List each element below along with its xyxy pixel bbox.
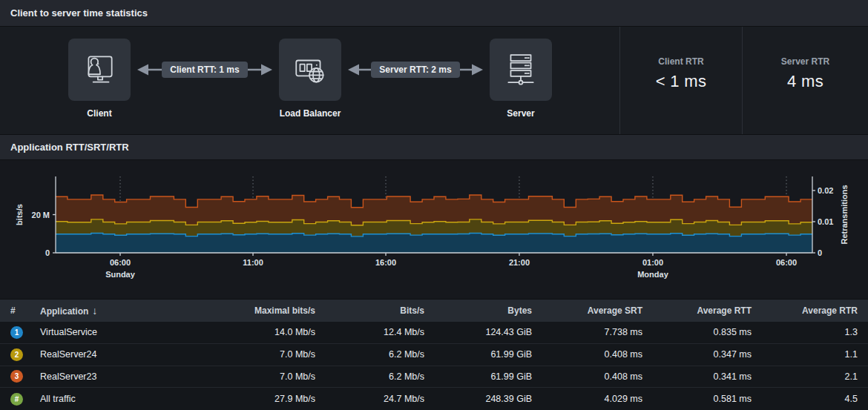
client-server-diagram: Client Client RTT: 1 ms Load [0, 27, 868, 135]
metric-value: 6.2 Mb/s [315, 371, 424, 382]
client-tile [68, 39, 131, 101]
metric-value: 24.7 Mb/s [315, 394, 424, 404]
metric-value: 0.341 ms [642, 371, 752, 382]
application-name[interactable]: RealServer24 [40, 349, 204, 360]
metric-value: 0.581 ms [642, 394, 752, 404]
metric-value: 248.39 GiB [424, 394, 532, 404]
metric-value: 7.738 ms [532, 327, 642, 337]
metric-value: 124.43 GiB [424, 327, 532, 337]
metric-value: 1.1 [752, 349, 858, 360]
x-tick-label: 11:00 [243, 258, 263, 267]
client-rtr-label: Client RTR [658, 56, 703, 67]
rank-cell: 1 [10, 326, 40, 339]
metric-value: 1.3 [752, 327, 858, 337]
load-balancer-tile [279, 39, 341, 101]
y-right-tick-label: 0.01 [818, 217, 833, 226]
y-right-tick-label: 0 [818, 248, 822, 257]
column-header-application[interactable]: Application↓ [40, 305, 204, 317]
metric-value: 14.0 Mb/s [204, 327, 315, 337]
client-label: Client [68, 108, 131, 119]
metric-value: 27.9 Mb/s [204, 394, 315, 404]
table-row[interactable]: #All traffic27.9 Mb/s24.7 Mb/s248.39 GiB… [0, 388, 868, 410]
server-tile [490, 39, 552, 101]
y-left-tick-label: 0 [45, 248, 50, 257]
server-icon [502, 51, 539, 88]
rank-cell: # [10, 393, 40, 406]
x-tick-label: 01:00 [642, 258, 663, 267]
rank-badge: 2 [10, 348, 23, 361]
sort-desc-icon[interactable]: ↓ [92, 305, 97, 317]
server-rtr-label: Server RTR [781, 56, 829, 67]
metric-value: 2.1 [752, 371, 858, 382]
rtt-chart-panel: 020 M00.010.0206:00Sunday11:0016:0021:00… [0, 160, 868, 300]
section-header-application-rtt: Application RTT/SRT/RTR [0, 135, 868, 160]
metric-value: 6.2 Mb/s [315, 349, 424, 360]
metric-value: 0.408 ms [532, 349, 642, 360]
server-rtt-arrow: Server RTT: 2 ms [347, 61, 484, 79]
diagram-node-load-balancer: Load Balancer [279, 39, 341, 119]
column-header-rank[interactable]: # [10, 305, 40, 316]
client-rtt-arrow: Client RTT: 1 ms [137, 61, 273, 79]
load-balancer-label: Load Balancer [279, 108, 341, 119]
metric-value: 0.347 ms [642, 349, 752, 360]
x-tick-label: 06:00 [110, 258, 131, 267]
diagram-node-client: Client [68, 39, 131, 119]
rank-badge: 1 [10, 326, 23, 339]
chart-section-title: Application RTT/SRT/RTR [10, 142, 129, 153]
rtt-chart-svg[interactable]: 020 M00.010.0206:00Sunday11:0016:0021:00… [0, 160, 868, 300]
metric-value: 0.835 ms [642, 327, 752, 337]
column-header-maximal-bits[interactable]: Maximal bits/s [204, 305, 315, 316]
column-header-avg-rtt[interactable]: Average RTT [642, 305, 752, 316]
server-rtt-chip: Server RTT: 2 ms [371, 62, 459, 78]
y-left-tick-label: 20 M [32, 211, 50, 219]
table-header-row: # Application↓ Maximal bits/s Bits/s Byt… [0, 300, 868, 322]
server-rtr-stat: Server RTR 4 ms [743, 27, 868, 134]
x-day-label: Monday [637, 270, 668, 279]
section-header-client-server: Client to server time statistics [0, 0, 868, 27]
x-tick-label: 21:00 [509, 258, 530, 267]
client-rtr-stat: Client RTR < 1 ms [620, 27, 742, 134]
table-row[interactable]: 3RealServer237.0 Mb/s6.2 Mb/s61.99 GiB0.… [0, 366, 868, 388]
client-rtt-chip: Client RTT: 1 ms [162, 62, 247, 78]
y-left-axis-title: bits/s [15, 204, 24, 225]
metric-value: 61.99 GiB [424, 371, 532, 382]
y-right-tick-label: 0.02 [818, 186, 833, 195]
client-icon [81, 51, 118, 88]
rank-badge: 3 [10, 370, 23, 383]
metric-value: 4.029 ms [532, 394, 642, 404]
metric-value: 4.5 [752, 394, 858, 404]
server-label: Server [490, 108, 552, 119]
x-day-label: Sunday [105, 270, 136, 279]
application-name[interactable]: VirtualService [40, 327, 204, 337]
app-table-body: 1VirtualService14.0 Mb/s12.4 Mb/s124.43 … [0, 322, 868, 410]
metric-value: 61.99 GiB [424, 349, 532, 360]
server-rtr-value: 4 ms [787, 72, 823, 91]
application-name[interactable]: RealServer23 [40, 371, 204, 382]
column-header-avg-rtr[interactable]: Average RTR [752, 305, 858, 316]
application-table: # Application↓ Maximal bits/s Bits/s Byt… [0, 300, 868, 410]
rank-badge: # [10, 393, 23, 406]
column-header-bytes[interactable]: Bytes [424, 305, 532, 316]
x-tick-label: 06:00 [776, 258, 797, 267]
client-rtr-value: < 1 ms [656, 72, 706, 91]
metric-value: 0.408 ms [532, 371, 642, 382]
metric-value: 12.4 Mb/s [315, 327, 424, 337]
application-name[interactable]: All traffic [40, 394, 204, 404]
metric-value: 7.0 Mb/s [204, 371, 315, 382]
series-area [56, 234, 812, 254]
table-row[interactable]: 2RealServer247.0 Mb/s6.2 Mb/s61.99 GiB0.… [0, 344, 868, 366]
table-row[interactable]: 1VirtualService14.0 Mb/s12.4 Mb/s124.43 … [0, 322, 868, 344]
metric-value: 7.0 Mb/s [204, 349, 315, 360]
column-header-avg-srt[interactable]: Average SRT [532, 305, 642, 316]
diagram-node-server: Server [490, 39, 552, 119]
x-tick-label: 16:00 [375, 258, 396, 267]
y-right-axis-title: Retransmitions [840, 185, 849, 244]
load-balancer-icon [292, 51, 329, 88]
column-header-bits[interactable]: Bits/s [315, 305, 424, 316]
page-title: Client to server time statistics [10, 7, 148, 19]
rank-cell: 2 [10, 348, 40, 361]
rank-cell: 3 [10, 370, 40, 383]
